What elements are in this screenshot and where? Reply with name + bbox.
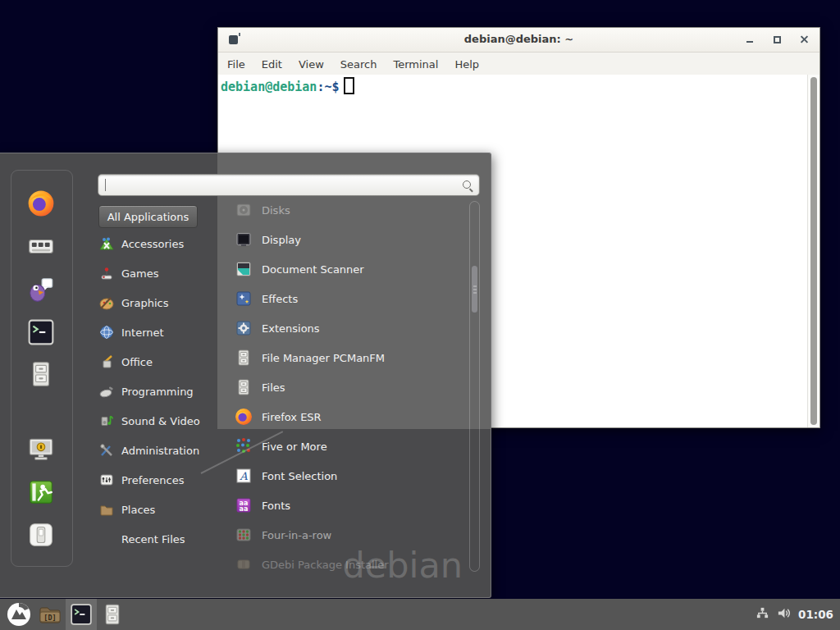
four-in-a-row-icon <box>235 526 253 544</box>
close-icon[interactable] <box>797 32 811 47</box>
games-icon <box>99 266 114 281</box>
volume-icon[interactable] <box>777 606 791 623</box>
app-document-scanner[interactable]: Document Scanner <box>235 254 466 284</box>
app-four-in-a-row[interactable]: Four-in-a-row <box>235 520 466 550</box>
accessories-icon <box>99 236 114 251</box>
category-label: Sound & Video <box>121 415 200 427</box>
app-label: File Manager PCManFM <box>262 352 385 364</box>
menu-search[interactable]: Search <box>340 58 377 71</box>
search-icon <box>462 180 473 191</box>
network-icon[interactable] <box>756 606 769 623</box>
app-five-or-more[interactable]: Five or More <box>235 431 466 461</box>
minimize-icon[interactable] <box>742 32 757 47</box>
app-label: Disks <box>262 204 290 217</box>
category-label: Games <box>121 267 158 280</box>
app-files[interactable]: Files <box>235 372 466 402</box>
app-fonts[interactable]: aaaa Fonts <box>235 491 466 520</box>
display-icon <box>235 231 253 249</box>
app-file-manager-pcmanfm[interactable]: File Manager PCManFM <box>235 343 466 372</box>
category-administration[interactable]: Administration <box>99 436 229 465</box>
svg-text:aa: aa <box>240 505 249 513</box>
application-menu: All Applications Accessories Games Graph… <box>0 153 491 598</box>
app-label: Files <box>262 381 285 394</box>
taskbar-terminal-button[interactable] <box>66 599 97 630</box>
control-center-icon[interactable] <box>27 232 55 260</box>
app-gdebi-package-installer[interactable]: GDebi Package Installer <box>235 550 466 579</box>
app-disks[interactable]: Disks <box>235 195 466 225</box>
category-programming[interactable]: Programming <box>99 377 229 406</box>
maximize-icon[interactable] <box>769 32 784 47</box>
categories-column: Accessories Games Graphics Internet Offi… <box>99 229 229 554</box>
category-label: Recent Files <box>121 533 185 546</box>
files-icon <box>235 378 253 396</box>
terminal-titlebar[interactable]: debian@debian: ~ <box>218 28 819 52</box>
category-sound-video[interactable]: Sound & Video <box>99 406 229 436</box>
category-games[interactable]: Games <box>99 258 229 288</box>
menu-scrollbar-thumb[interactable] <box>472 266 477 313</box>
file-manager-icon <box>235 349 253 367</box>
category-internet[interactable]: Internet <box>99 317 229 347</box>
app-label: Extensions <box>262 322 320 335</box>
category-graphics[interactable]: Graphics <box>99 288 229 317</box>
terminal-cursor <box>344 77 354 94</box>
category-label: Preferences <box>121 474 184 486</box>
all-applications-button[interactable]: All Applications <box>98 205 198 228</box>
terminal-menubar: File Edit View Search Terminal Help <box>218 52 819 75</box>
app-extensions[interactable]: Extensions <box>235 313 466 343</box>
category-office[interactable]: Office <box>99 347 229 377</box>
menu-terminal[interactable]: Terminal <box>393 58 438 71</box>
gdebi-icon <box>235 555 253 573</box>
office-icon <box>99 354 114 369</box>
desktop-folder-icon[interactable]: [D] <box>34 599 66 630</box>
logout-icon[interactable] <box>27 478 55 506</box>
administration-icon <box>99 443 114 458</box>
preferences-icon <box>99 472 114 487</box>
terminal-icon <box>70 603 93 626</box>
terminal-icon[interactable] <box>27 318 55 346</box>
taskbar-file-cabinet-button[interactable] <box>97 599 128 630</box>
menu-scrollbar[interactable] <box>469 201 480 572</box>
terminal-scrollbar[interactable] <box>807 75 819 427</box>
firefox-icon[interactable] <box>27 189 55 217</box>
fonts-icon: aaaa <box>235 496 253 514</box>
menu-help[interactable]: Help <box>454 58 479 71</box>
app-firefox-esr[interactable]: Firefox ESR <box>235 402 466 431</box>
prompt-user-host: debian@debian <box>221 80 317 94</box>
menu-file[interactable]: File <box>227 58 245 71</box>
menu-logo-icon[interactable] <box>3 599 34 630</box>
category-places[interactable]: Places <box>99 495 229 524</box>
sound-video-icon <box>99 413 114 428</box>
app-display[interactable]: Display <box>235 225 466 254</box>
app-label: Effects <box>262 293 298 305</box>
all-applications-label: All Applications <box>107 211 189 223</box>
app-label: Fonts <box>262 500 290 512</box>
pidgin-icon[interactable] <box>27 276 55 304</box>
file-cabinet-icon[interactable] <box>27 360 55 388</box>
svg-text:[D]: [D] <box>43 614 56 622</box>
system-tray: 01:06 <box>756 606 840 623</box>
recent-files-icon-spacer <box>99 532 114 546</box>
app-label: GDebi Package Installer <box>262 559 389 571</box>
terminal-scrollbar-thumb[interactable] <box>810 77 817 425</box>
app-label: Five or More <box>262 441 327 453</box>
clock[interactable]: 01:06 <box>798 608 833 621</box>
shutdown-icon[interactable] <box>27 521 55 549</box>
app-effects[interactable]: Effects <box>235 284 466 313</box>
app-font-selection[interactable]: A Font Selection <box>235 461 466 491</box>
app-label: Display <box>262 234 301 246</box>
search-input[interactable] <box>106 177 450 193</box>
svg-text:A: A <box>239 470 248 482</box>
internet-icon <box>99 325 114 340</box>
lock-screen-icon[interactable] <box>27 436 55 463</box>
menu-view[interactable]: View <box>299 58 324 71</box>
font-selection-icon: A <box>235 467 253 485</box>
category-label: Graphics <box>121 297 168 309</box>
category-label: Administration <box>121 445 199 457</box>
category-recent-files[interactable]: Recent Files <box>99 524 229 554</box>
category-accessories[interactable]: Accessories <box>99 229 229 258</box>
menu-edit[interactable]: Edit <box>262 58 282 71</box>
file-cabinet-icon <box>101 603 124 626</box>
favorites-column <box>11 170 73 567</box>
category-label: Places <box>121 504 155 516</box>
effects-icon <box>235 290 253 308</box>
